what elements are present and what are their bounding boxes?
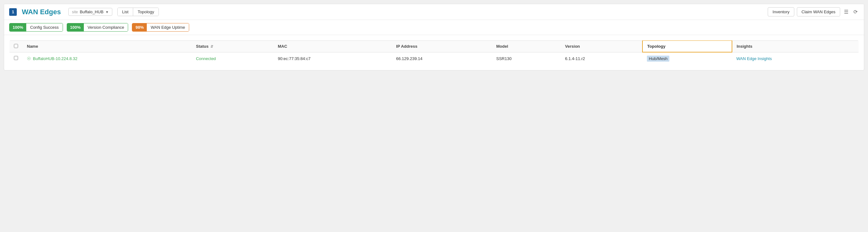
col-header-insights: Insights: [732, 40, 859, 52]
select-all-checkbox[interactable]: [14, 44, 18, 48]
claim-wan-edges-button[interactable]: Claim WAN Edges: [797, 7, 840, 16]
mac-value: 90:ec:77:35:84:c7: [278, 56, 310, 61]
config-success-percent: 100%: [9, 23, 26, 31]
col-header-model: Model: [492, 40, 561, 52]
insights-cell: WAN Edge Insights: [732, 52, 859, 65]
ip-value: 66.129.239.14: [396, 56, 422, 61]
version-compliance-label: Version Compliance: [84, 23, 128, 31]
chevron-down-icon: ▼: [105, 10, 109, 14]
list-view-button[interactable]: List: [118, 8, 133, 16]
view-toggle: List Topology: [117, 8, 159, 16]
status-cell: Connected: [191, 52, 273, 65]
ip-cell: 66.129.239.14: [392, 52, 492, 65]
wan-edge-insights-link[interactable]: WAN Edge Insights: [736, 56, 772, 61]
inventory-button[interactable]: Inventory: [768, 7, 794, 16]
version-cell: 6.1.4-11.r2: [561, 52, 643, 65]
shield-icon: ☉: [27, 56, 31, 61]
model-value: SSR130: [496, 56, 512, 61]
menu-icon[interactable]: ☰: [843, 8, 850, 16]
wan-edge-uptime-percent: 98%: [132, 23, 147, 31]
wan-edges-table: Name Status ⇵ MAC IP Address Model Versi…: [9, 40, 859, 65]
topology-view-button[interactable]: Topology: [133, 8, 158, 16]
refresh-icon[interactable]: ⟳: [852, 8, 859, 16]
version-compliance-percent: 100%: [67, 23, 84, 31]
select-all-header: [9, 40, 23, 52]
device-name-link[interactable]: ☉ BuffaloHUB-10.224.8.32: [27, 56, 187, 61]
col-header-version: Version: [561, 40, 643, 52]
topology-cell: Hub/Mesh: [643, 52, 732, 65]
site-label-text: site: [72, 10, 78, 14]
mac-cell: 90:ec:77:35:84:c7: [273, 52, 392, 65]
col-header-name: Name: [23, 40, 191, 52]
sort-icon-status: ⇵: [210, 44, 213, 48]
col-header-status[interactable]: Status ⇵: [191, 40, 273, 52]
stats-bar: 100% Config Success 100% Version Complia…: [4, 20, 864, 35]
status-badge: Connected: [196, 56, 216, 61]
device-name-cell: ☉ BuffaloHUB-10.224.8.32: [23, 52, 191, 65]
site-selector[interactable]: site Buffalo_HUB ▼: [68, 8, 112, 16]
device-name-text: BuffaloHUB-10.224.8.32: [33, 56, 78, 61]
col-header-mac: MAC: [273, 40, 392, 52]
config-success-pill: 100% Config Success: [9, 23, 63, 32]
table-header-row: Name Status ⇵ MAC IP Address Model Versi…: [9, 40, 859, 52]
wan-edge-uptime-label: WAN Edge Uptime: [147, 23, 189, 31]
site-name-value: Buffalo_HUB: [80, 9, 103, 14]
main-card: 1 WAN Edges site Buffalo_HUB ▼ List Topo…: [4, 4, 864, 70]
page-title: WAN Edges: [22, 8, 61, 16]
count-badge: 1: [9, 8, 17, 16]
col-header-ip: IP Address: [392, 40, 492, 52]
row-checkbox[interactable]: [14, 56, 18, 60]
header: 1 WAN Edges site Buffalo_HUB ▼ List Topo…: [4, 4, 864, 20]
config-success-label: Config Success: [26, 23, 62, 31]
model-cell: SSR130: [492, 52, 561, 65]
table-container: Name Status ⇵ MAC IP Address Model Versi…: [4, 35, 864, 70]
col-header-topology: Topology: [643, 40, 732, 52]
version-value: 6.1.4-11.r2: [565, 56, 585, 61]
topology-value: Hub/Mesh: [647, 56, 669, 62]
row-checkbox-cell: [9, 52, 23, 65]
table-row: ☉ BuffaloHUB-10.224.8.32 Connected 90:ec…: [9, 52, 859, 65]
header-actions: Inventory Claim WAN Edges ☰ ⟳: [768, 7, 859, 16]
wan-edge-uptime-pill: 98% WAN Edge Uptime: [132, 23, 189, 32]
version-compliance-pill: 100% Version Compliance: [67, 23, 128, 32]
page-wrapper: 1 WAN Edges site Buffalo_HUB ▼ List Topo…: [0, 0, 868, 232]
